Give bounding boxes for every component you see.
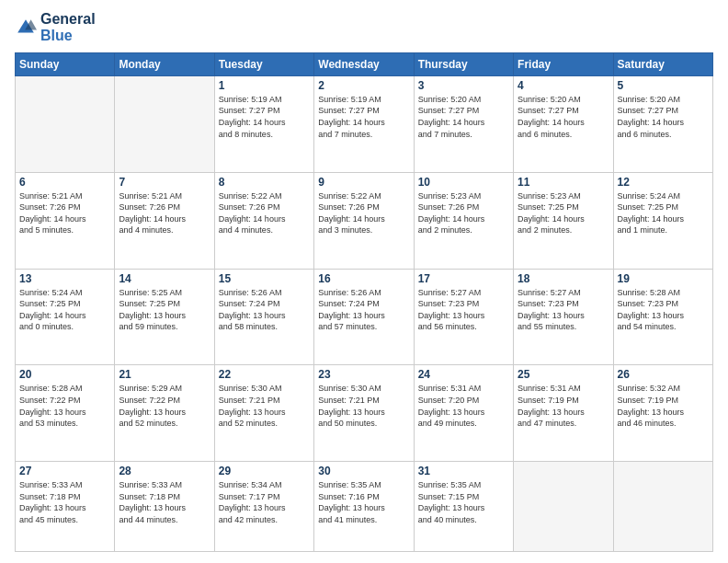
day-info: Sunrise: 5:21 AM Sunset: 7:26 PM Dayligh… <box>19 190 110 236</box>
calendar-cell: 21Sunrise: 5:29 AM Sunset: 7:22 PM Dayli… <box>115 365 214 462</box>
calendar-cell: 2Sunrise: 5:19 AM Sunset: 7:27 PM Daylig… <box>314 75 414 172</box>
day-info: Sunrise: 5:28 AM Sunset: 7:22 PM Dayligh… <box>19 383 110 429</box>
logo: General Blue <box>15 11 96 45</box>
day-number: 2 <box>318 79 409 92</box>
week-row-3: 20Sunrise: 5:28 AM Sunset: 7:22 PM Dayli… <box>16 365 713 462</box>
calendar-cell: 31Sunrise: 5:35 AM Sunset: 7:15 PM Dayli… <box>414 462 513 552</box>
day-info: Sunrise: 5:29 AM Sunset: 7:22 PM Dayligh… <box>119 383 210 429</box>
day-info: Sunrise: 5:27 AM Sunset: 7:23 PM Dayligh… <box>418 287 509 333</box>
day-number: 28 <box>119 465 210 477</box>
week-row-2: 13Sunrise: 5:24 AM Sunset: 7:25 PM Dayli… <box>16 269 713 365</box>
calendar-cell <box>613 462 712 552</box>
day-number: 23 <box>318 368 409 381</box>
day-number: 25 <box>518 368 609 381</box>
day-number: 20 <box>19 368 110 381</box>
day-number: 5 <box>618 79 709 92</box>
calendar-cell: 19Sunrise: 5:28 AM Sunset: 7:23 PM Dayli… <box>613 269 712 365</box>
calendar-cell: 20Sunrise: 5:28 AM Sunset: 7:22 PM Dayli… <box>16 365 115 462</box>
day-number: 15 <box>219 272 310 285</box>
calendar-cell: 3Sunrise: 5:20 AM Sunset: 7:27 PM Daylig… <box>414 75 513 172</box>
calendar-cell <box>115 75 214 172</box>
day-number: 29 <box>219 465 310 477</box>
day-info: Sunrise: 5:20 AM Sunset: 7:27 PM Dayligh… <box>518 94 609 140</box>
day-number: 21 <box>119 368 210 381</box>
day-info: Sunrise: 5:23 AM Sunset: 7:26 PM Dayligh… <box>418 190 509 236</box>
calendar-cell: 13Sunrise: 5:24 AM Sunset: 7:25 PM Dayli… <box>16 269 115 365</box>
day-number: 1 <box>219 79 310 92</box>
day-number: 3 <box>418 79 509 92</box>
day-number: 4 <box>518 79 609 92</box>
calendar-cell: 18Sunrise: 5:27 AM Sunset: 7:23 PM Dayli… <box>514 269 613 365</box>
day-number: 6 <box>19 176 110 189</box>
week-row-4: 27Sunrise: 5:33 AM Sunset: 7:18 PM Dayli… <box>16 462 713 552</box>
weekday-header-monday: Monday <box>115 52 214 75</box>
calendar-cell: 12Sunrise: 5:24 AM Sunset: 7:25 PM Dayli… <box>613 172 712 269</box>
calendar-cell: 23Sunrise: 5:30 AM Sunset: 7:21 PM Dayli… <box>314 365 414 462</box>
week-row-0: 1Sunrise: 5:19 AM Sunset: 7:27 PM Daylig… <box>16 75 713 172</box>
day-number: 27 <box>19 465 110 477</box>
day-info: Sunrise: 5:33 AM Sunset: 7:18 PM Dayligh… <box>19 479 110 525</box>
calendar-cell: 15Sunrise: 5:26 AM Sunset: 7:24 PM Dayli… <box>214 269 313 365</box>
day-number: 10 <box>418 176 509 189</box>
calendar-cell: 16Sunrise: 5:26 AM Sunset: 7:24 PM Dayli… <box>314 269 414 365</box>
calendar-cell: 7Sunrise: 5:21 AM Sunset: 7:26 PM Daylig… <box>115 172 214 269</box>
weekday-header-saturday: Saturday <box>613 52 712 75</box>
logo-icon <box>15 17 37 39</box>
day-info: Sunrise: 5:22 AM Sunset: 7:26 PM Dayligh… <box>318 190 409 236</box>
day-info: Sunrise: 5:24 AM Sunset: 7:25 PM Dayligh… <box>618 190 709 236</box>
calendar-cell: 24Sunrise: 5:31 AM Sunset: 7:20 PM Dayli… <box>414 365 513 462</box>
day-info: Sunrise: 5:28 AM Sunset: 7:23 PM Dayligh… <box>618 287 709 333</box>
day-info: Sunrise: 5:30 AM Sunset: 7:21 PM Dayligh… <box>318 383 409 429</box>
calendar-cell: 6Sunrise: 5:21 AM Sunset: 7:26 PM Daylig… <box>16 172 115 269</box>
calendar-cell: 28Sunrise: 5:33 AM Sunset: 7:18 PM Dayli… <box>115 462 214 552</box>
weekday-header-sunday: Sunday <box>16 52 115 75</box>
day-info: Sunrise: 5:35 AM Sunset: 7:15 PM Dayligh… <box>418 479 509 525</box>
calendar-cell: 14Sunrise: 5:25 AM Sunset: 7:25 PM Dayli… <box>115 269 214 365</box>
calendar-cell <box>16 75 115 172</box>
day-info: Sunrise: 5:31 AM Sunset: 7:20 PM Dayligh… <box>418 383 509 429</box>
day-info: Sunrise: 5:26 AM Sunset: 7:24 PM Dayligh… <box>318 287 409 333</box>
calendar-cell: 11Sunrise: 5:23 AM Sunset: 7:25 PM Dayli… <box>514 172 613 269</box>
day-info: Sunrise: 5:20 AM Sunset: 7:27 PM Dayligh… <box>418 94 509 140</box>
day-info: Sunrise: 5:19 AM Sunset: 7:27 PM Dayligh… <box>318 94 409 140</box>
calendar-cell <box>514 462 613 552</box>
calendar-cell: 17Sunrise: 5:27 AM Sunset: 7:23 PM Dayli… <box>414 269 513 365</box>
day-info: Sunrise: 5:23 AM Sunset: 7:25 PM Dayligh… <box>518 190 609 236</box>
day-number: 13 <box>19 272 110 285</box>
weekday-header-tuesday: Tuesday <box>214 52 313 75</box>
calendar-cell: 8Sunrise: 5:22 AM Sunset: 7:26 PM Daylig… <box>214 172 313 269</box>
calendar-cell: 29Sunrise: 5:34 AM Sunset: 7:17 PM Dayli… <box>214 462 313 552</box>
day-info: Sunrise: 5:31 AM Sunset: 7:19 PM Dayligh… <box>518 383 609 429</box>
day-number: 30 <box>318 465 409 477</box>
day-number: 17 <box>418 272 509 285</box>
day-number: 31 <box>418 465 509 477</box>
weekday-header-friday: Friday <box>514 52 613 75</box>
day-number: 8 <box>219 176 310 189</box>
day-info: Sunrise: 5:26 AM Sunset: 7:24 PM Dayligh… <box>219 287 310 333</box>
day-number: 26 <box>618 368 709 381</box>
day-number: 9 <box>318 176 409 189</box>
day-info: Sunrise: 5:24 AM Sunset: 7:25 PM Dayligh… <box>19 287 110 333</box>
calendar-cell: 1Sunrise: 5:19 AM Sunset: 7:27 PM Daylig… <box>214 75 313 172</box>
day-number: 24 <box>418 368 509 381</box>
day-info: Sunrise: 5:20 AM Sunset: 7:27 PM Dayligh… <box>618 94 709 140</box>
calendar-cell: 9Sunrise: 5:22 AM Sunset: 7:26 PM Daylig… <box>314 172 414 269</box>
day-info: Sunrise: 5:33 AM Sunset: 7:18 PM Dayligh… <box>119 479 210 525</box>
day-info: Sunrise: 5:27 AM Sunset: 7:23 PM Dayligh… <box>518 287 609 333</box>
day-number: 11 <box>518 176 609 189</box>
day-info: Sunrise: 5:35 AM Sunset: 7:16 PM Dayligh… <box>318 479 409 525</box>
day-number: 14 <box>119 272 210 285</box>
calendar-cell: 5Sunrise: 5:20 AM Sunset: 7:27 PM Daylig… <box>613 75 712 172</box>
calendar-cell: 25Sunrise: 5:31 AM Sunset: 7:19 PM Dayli… <box>514 365 613 462</box>
day-number: 22 <box>219 368 310 381</box>
day-number: 16 <box>318 272 409 285</box>
day-info: Sunrise: 5:32 AM Sunset: 7:19 PM Dayligh… <box>618 383 709 429</box>
weekday-header-row: SundayMondayTuesdayWednesdayThursdayFrid… <box>16 52 713 75</box>
calendar-cell: 30Sunrise: 5:35 AM Sunset: 7:16 PM Dayli… <box>314 462 414 552</box>
day-info: Sunrise: 5:30 AM Sunset: 7:21 PM Dayligh… <box>219 383 310 429</box>
calendar-cell: 4Sunrise: 5:20 AM Sunset: 7:27 PM Daylig… <box>514 75 613 172</box>
day-number: 19 <box>618 272 709 285</box>
weekday-header-wednesday: Wednesday <box>314 52 414 75</box>
calendar-cell: 10Sunrise: 5:23 AM Sunset: 7:26 PM Dayli… <box>414 172 513 269</box>
header: General Blue <box>15 11 713 45</box>
